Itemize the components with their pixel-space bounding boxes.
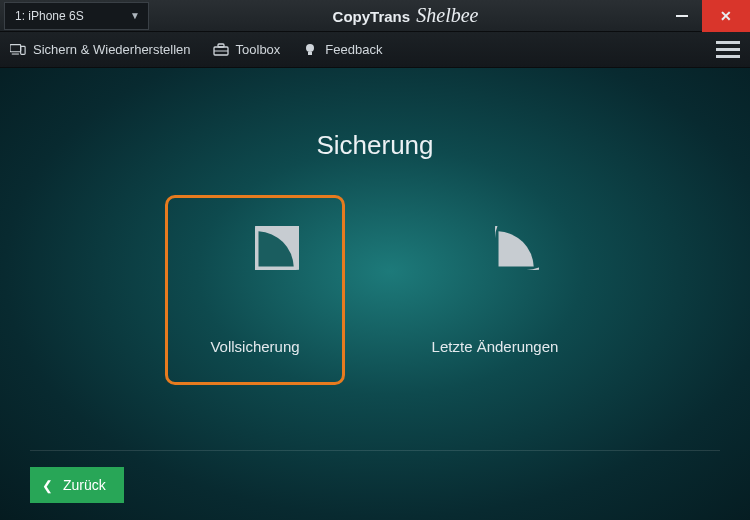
svg-rect-3	[21, 46, 25, 54]
menu-toolbox[interactable]: Toolbox	[213, 42, 281, 57]
back-label: Zurück	[63, 477, 106, 493]
option-full-backup[interactable]: Vollsicherung	[165, 195, 345, 385]
titlebar: 1: iPhone 6S ▼ CopyTrans Shelbee ✕	[0, 0, 750, 32]
window-controls: ✕	[662, 0, 750, 31]
devices-icon	[10, 43, 26, 57]
hamburger-icon	[716, 41, 740, 44]
svg-rect-1	[10, 45, 21, 52]
bulb-icon	[302, 43, 318, 57]
minimize-button[interactable]	[662, 0, 702, 32]
app-title: CopyTrans Shelbee	[149, 4, 662, 27]
device-selector[interactable]: 1: iPhone 6S ▼	[4, 2, 149, 30]
toolbox-icon	[213, 43, 229, 57]
pie-partial-icon	[451, 226, 539, 314]
close-button[interactable]: ✕	[702, 0, 750, 32]
svg-rect-8	[308, 52, 312, 55]
menu-backup-restore[interactable]: Sichern & Wiederherstellen	[10, 42, 191, 57]
option-label: Letzte Änderungen	[432, 338, 559, 355]
svg-point-7	[306, 44, 314, 52]
menu-label: Sichern & Wiederherstellen	[33, 42, 191, 57]
menubar: Sichern & Wiederherstellen Toolbox Feedb…	[0, 32, 750, 68]
menu-label: Feedback	[325, 42, 382, 57]
svg-rect-2	[12, 54, 19, 55]
hamburger-menu[interactable]	[716, 41, 740, 58]
chevron-down-icon: ▼	[130, 10, 140, 21]
page-title: Sicherung	[316, 130, 433, 161]
backup-options: Vollsicherung Letzte Änderungen	[165, 195, 585, 385]
minimize-icon	[676, 15, 688, 17]
main-content: Sicherung Vollsicherung Letzte Änderunge…	[0, 68, 750, 520]
menu-feedback[interactable]: Feedback	[302, 42, 382, 57]
app-name-script: Shelbee	[416, 4, 478, 26]
device-selected-label: 1: iPhone 6S	[15, 9, 84, 23]
option-label: Vollsicherung	[210, 338, 299, 355]
footer: ❮ Zurück	[0, 450, 750, 520]
app-name-bold: CopyTrans	[333, 8, 411, 25]
chevron-left-icon: ❮	[42, 478, 53, 493]
option-latest-changes[interactable]: Letzte Änderungen	[405, 195, 585, 385]
pie-full-icon	[211, 226, 299, 314]
menu-label: Toolbox	[236, 42, 281, 57]
divider	[30, 450, 720, 451]
back-button[interactable]: ❮ Zurück	[30, 467, 124, 503]
close-icon: ✕	[720, 8, 732, 24]
svg-rect-5	[218, 44, 224, 47]
svg-rect-0	[676, 15, 688, 17]
